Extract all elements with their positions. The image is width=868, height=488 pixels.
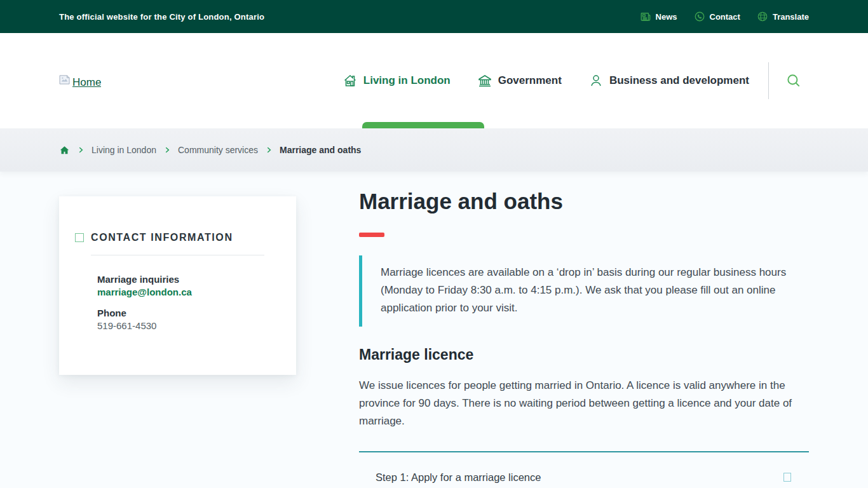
utility-links: News Contact Translate bbox=[640, 11, 809, 22]
news-icon bbox=[640, 11, 651, 22]
translate-link[interactable]: Translate bbox=[757, 11, 809, 22]
site-logo-home-link[interactable]: Home bbox=[59, 74, 101, 87]
chevron-right-icon bbox=[264, 146, 273, 154]
contact-card-icon bbox=[75, 233, 84, 242]
house-icon bbox=[342, 73, 358, 88]
home-icon[interactable] bbox=[59, 145, 70, 156]
section-heading: Marriage licence bbox=[359, 346, 809, 363]
body-paragraph: We issue licences for people getting mar… bbox=[359, 377, 809, 430]
title-accent-bar bbox=[359, 233, 384, 237]
contact-link[interactable]: Contact bbox=[694, 11, 740, 22]
contact-information-card: CONTACT INFORMATION Marriage inquiries m… bbox=[59, 196, 296, 375]
nav-item-business-and-development[interactable]: Business and development bbox=[588, 73, 749, 88]
contact-card-heading: CONTACT INFORMATION bbox=[91, 232, 233, 243]
active-nav-dropdown-tab bbox=[362, 122, 484, 128]
nav-label: Business and development bbox=[609, 74, 749, 87]
phone-label: Phone bbox=[97, 307, 264, 320]
search-icon bbox=[785, 72, 802, 89]
breadcrumb-band: Living in London Community services Marr… bbox=[0, 128, 868, 172]
nav-label: Government bbox=[498, 74, 562, 87]
chevron-right-icon bbox=[76, 146, 85, 154]
translate-link-label: Translate bbox=[773, 12, 809, 22]
logo-alt-text: Home bbox=[72, 74, 101, 87]
search-button[interactable] bbox=[783, 70, 804, 92]
accordion-step1-label: Step 1: Apply for a marriage licence bbox=[376, 471, 541, 484]
breadcrumb-item-community-services[interactable]: Community services bbox=[178, 145, 258, 155]
chevron-right-icon bbox=[163, 146, 172, 154]
accordion-step1: Step 1: Apply for a marriage licence bbox=[359, 451, 809, 488]
email-link[interactable]: marriage@london.ca bbox=[97, 286, 192, 299]
site-tagline: The official website for the City of Lon… bbox=[59, 12, 264, 22]
news-link[interactable]: News bbox=[640, 11, 677, 22]
phone-icon bbox=[694, 11, 705, 22]
top-utility-bar: The official website for the City of Lon… bbox=[0, 0, 868, 33]
page-title: Marriage and oaths bbox=[359, 187, 809, 215]
bank-icon bbox=[477, 73, 492, 88]
nav-item-living-in-london[interactable]: Living in London bbox=[342, 73, 451, 88]
page-content: CONTACT INFORMATION Marriage inquiries m… bbox=[0, 172, 868, 488]
main-column: Marriage and oaths Marriage licences are… bbox=[359, 172, 809, 488]
nav-item-government[interactable]: Government bbox=[477, 73, 562, 88]
broken-image-icon bbox=[59, 75, 71, 85]
notice-text: Marriage licences are available on a ‘dr… bbox=[381, 264, 809, 317]
main-navigation: Living in London Government bbox=[342, 73, 749, 88]
breadcrumb-item-current: Marriage and oaths bbox=[280, 145, 361, 155]
phone-number: 519-661-4530 bbox=[97, 320, 264, 332]
globe-icon bbox=[757, 11, 768, 22]
news-link-label: News bbox=[656, 12, 677, 22]
breadcrumb: Living in London Community services Marr… bbox=[59, 145, 361, 156]
accordion-step1-header[interactable]: Step 1: Apply for a marriage licence bbox=[359, 452, 809, 488]
contact-link-label: Contact bbox=[710, 12, 740, 22]
header-divider bbox=[768, 62, 769, 99]
email-label: Marriage inquiries bbox=[97, 273, 264, 286]
nav-label: Living in London bbox=[363, 74, 451, 87]
person-icon bbox=[588, 73, 604, 88]
site-header: Home Living in London bbox=[0, 33, 868, 128]
breadcrumb-item-living-in-london[interactable]: Living in London bbox=[92, 145, 156, 155]
notice-callout: Marriage licences are available on a ‘dr… bbox=[359, 255, 809, 327]
accordion-expand-icon bbox=[783, 473, 791, 482]
